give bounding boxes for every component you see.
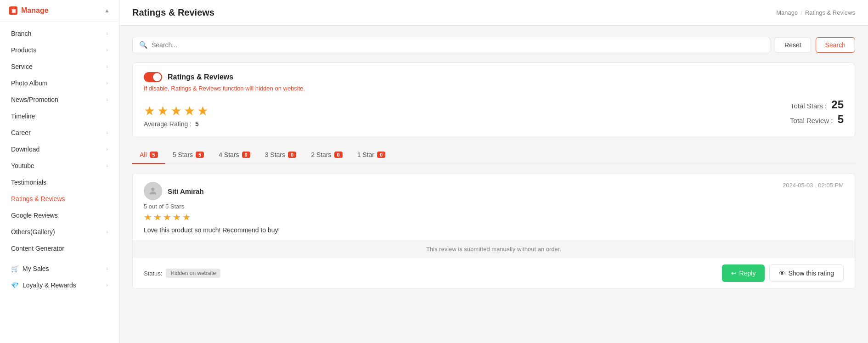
sidebar-item-products[interactable]: Products›	[0, 42, 119, 58]
avatar	[144, 182, 162, 200]
avg-rating-label: Average Rating : 5	[144, 120, 209, 128]
filter-tab-label: 2 Stars	[311, 151, 331, 158]
filter-tab-2stars[interactable]: 2 Stars0	[304, 146, 349, 164]
show-rating-button[interactable]: 👁 Show this rating	[769, 264, 844, 282]
sidebar-item-label: Products	[11, 46, 36, 54]
sidebar-item-google-reviews[interactable]: Google Reviews	[0, 207, 119, 224]
filter-tab-3stars[interactable]: 3 Stars0	[258, 146, 304, 164]
filter-tab-1star[interactable]: 1 Star0	[350, 146, 393, 164]
sidebar-item-content-generator[interactable]: Content Generator	[0, 240, 119, 257]
sidebar-nav: Branch›Products›Service›Photo Album›News…	[0, 22, 119, 260]
sidebar-section-my-sales[interactable]: 🛒My Sales›	[0, 260, 119, 277]
overview-star-1: ★	[144, 103, 155, 118]
review-star-4: ★	[173, 212, 181, 223]
filter-tab-badge: 0	[242, 152, 250, 158]
sidebar-item-others-gallery[interactable]: Others(Gallery)›	[0, 224, 119, 240]
sidebar-item-ratings-reviews[interactable]: Ratings & Reviews	[0, 191, 119, 207]
content-area: 🔍 Reset Search Ratings & Reviews If disa…	[119, 26, 868, 343]
chevron-down-icon: ›	[106, 146, 108, 152]
sidebar-item-label: Testimonials	[11, 179, 46, 186]
sidebar-item-service[interactable]: Service›	[0, 58, 119, 75]
filter-tab-badge: 0	[377, 152, 385, 158]
rating-summary-row: ★★★★★ Average Rating : 5 Total Stars : 2…	[144, 98, 844, 128]
reply-label: Reply	[739, 270, 756, 277]
filter-tabs: All55 Stars54 Stars03 Stars02 Stars01 St…	[132, 146, 855, 164]
sidebar-item-news-promotion[interactable]: News/Promotion›	[0, 91, 119, 108]
sidebar-item-label: Timeline	[11, 112, 35, 120]
filter-tab-badge: 5	[196, 152, 204, 158]
sidebar-item-label: Career	[11, 129, 31, 136]
filter-tab-4stars[interactable]: 4 Stars0	[211, 146, 257, 164]
review-text: Love this product so much! Recommend to …	[144, 226, 844, 234]
search-button[interactable]: Search	[816, 37, 855, 53]
filter-tab-label: All	[140, 151, 147, 158]
toggle-section: Ratings & Reviews	[144, 72, 844, 82]
sidebar-item-download[interactable]: Download›	[0, 141, 119, 157]
main-content: Ratings & Reviews Manage / Ratings & Rev…	[119, 0, 868, 343]
sidebar-item-label: Content Generator	[11, 245, 64, 252]
sidebar-item-branch[interactable]: Branch›	[0, 25, 119, 42]
section-icon-loyalty-rewards: 💎	[11, 281, 19, 289]
rating-sub-text: 5 out of 5 Stars	[144, 203, 844, 210]
sidebar-item-timeline[interactable]: Timeline	[0, 108, 119, 124]
reset-button[interactable]: Reset	[775, 37, 811, 53]
overview-star-2: ★	[157, 103, 169, 118]
manage-menu-title: ▣ Manage	[9, 6, 49, 15]
sidebar-item-label: Ratings & Reviews	[11, 195, 65, 202]
sidebar-item-testimonials[interactable]: Testimonials	[0, 174, 119, 191]
status-label: Status:	[144, 270, 162, 277]
review-date: 2024-05-03 , 02:05:PM	[783, 182, 844, 189]
status-badge: Hidden on website	[166, 269, 220, 278]
filter-tab-all[interactable]: All5	[132, 146, 165, 164]
search-input-wrap[interactable]: 🔍	[132, 37, 770, 53]
toggle-label: Ratings & Reviews	[168, 73, 233, 81]
review-notice: This review is submitted manually withou…	[133, 240, 855, 258]
sidebar-item-label: Youtube	[11, 162, 34, 169]
manage-chevron-icon: ▲	[104, 7, 110, 14]
breadcrumb-root: Manage	[776, 9, 798, 16]
review-header: Siti Amirah 2024-05-03 , 02:05:PM	[133, 174, 855, 200]
svg-point-0	[151, 188, 154, 191]
footer-actions: ↩ Reply 👁 Show this rating	[722, 264, 844, 282]
rating-stats: Total Stars : 25 Total Review : 5	[790, 98, 844, 128]
overview-star-4: ★	[184, 103, 195, 118]
total-stars-line: Total Stars : 25	[790, 98, 844, 111]
overview-star-3: ★	[170, 103, 182, 118]
filter-tab-badge: 5	[150, 152, 158, 158]
filter-tab-label: 1 Star	[357, 151, 374, 158]
chevron-down-icon: ›	[106, 265, 108, 272]
sidebar-item-career[interactable]: Career›	[0, 124, 119, 141]
chevron-down-icon: ›	[106, 47, 108, 53]
sidebar-item-label: News/Promotion	[11, 96, 58, 103]
search-input[interactable]	[152, 41, 763, 49]
reviewer-info: Siti Amirah	[144, 182, 204, 200]
review-stars: ★★★★★	[144, 212, 844, 223]
sidebar-item-youtube[interactable]: Youtube›	[0, 157, 119, 174]
rating-left: ★★★★★ Average Rating : 5	[144, 103, 209, 128]
chevron-down-icon: ›	[106, 229, 108, 235]
chevron-down-icon: ›	[106, 96, 108, 103]
sidebar-item-label: Service	[11, 63, 33, 70]
sidebar: ▣ Manage ▲ Branch›Products›Service›Photo…	[0, 0, 119, 343]
sidebar-section-loyalty-rewards[interactable]: 💎Loyalty & Rewards›	[0, 277, 119, 293]
filter-tab-5stars[interactable]: 5 Stars5	[165, 146, 211, 164]
breadcrumb-current: Ratings & Reviews	[805, 9, 855, 16]
section-icon-my-sales: 🛒	[11, 265, 19, 272]
ratings-toggle[interactable]	[144, 72, 162, 82]
search-icon: 🔍	[139, 41, 148, 49]
chevron-down-icon: ›	[106, 129, 108, 136]
sidebar-item-photo-album[interactable]: Photo Album›	[0, 75, 119, 91]
review-star-1: ★	[144, 212, 152, 223]
sidebar-item-label: Others(Gallery)	[11, 228, 55, 236]
review-star-3: ★	[163, 212, 171, 223]
chevron-down-icon: ›	[106, 30, 108, 37]
sidebar-header[interactable]: ▣ Manage ▲	[0, 0, 119, 22]
reply-button[interactable]: ↩ Reply	[722, 264, 765, 282]
reply-icon: ↩	[731, 270, 737, 277]
sidebar-item-label: Download	[11, 146, 39, 153]
topbar: Ratings & Reviews Manage / Ratings & Rev…	[119, 0, 868, 26]
breadcrumb-separator: /	[800, 9, 802, 16]
page-title: Ratings & Reviews	[132, 7, 214, 18]
sidebar-item-label: Google Reviews	[11, 212, 58, 219]
sidebar-section-label: Loyalty & Rewards	[23, 281, 76, 289]
